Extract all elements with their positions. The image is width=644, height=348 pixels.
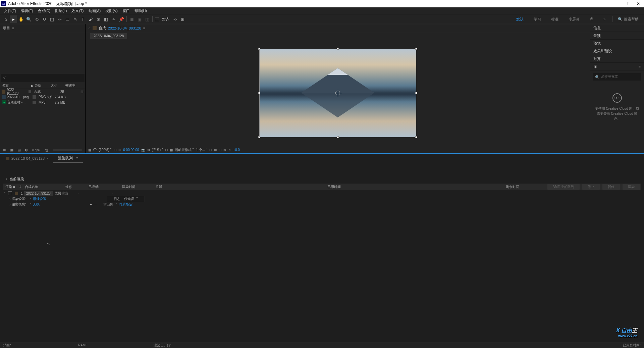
- current-time[interactable]: 0:00:00:00: [123, 148, 139, 152]
- flowchart-icon[interactable]: ⊞: [80, 90, 83, 94]
- align-panel-header[interactable]: 对齐: [590, 55, 644, 63]
- home-icon[interactable]: ⌂: [2, 15, 9, 23]
- transform-handle[interactable]: [415, 48, 417, 50]
- menu-view[interactable]: 视图(V): [103, 8, 120, 14]
- bpc-button[interactable]: 8 bpc: [31, 148, 41, 152]
- project-search-input[interactable]: ρ˅: [1, 74, 85, 82]
- tag-swatch[interactable]: [15, 192, 18, 195]
- transparency-icon[interactable]: ▦: [170, 148, 173, 152]
- ame-queue-button[interactable]: AME 中的队列: [547, 184, 580, 190]
- close-tab-icon[interactable]: ×: [47, 157, 49, 160]
- menu-edit[interactable]: 编辑(E): [19, 8, 35, 14]
- transform-handle[interactable]: [258, 92, 260, 94]
- snap-option-icon[interactable]: ⊹: [171, 15, 179, 23]
- transform-handle[interactable]: [415, 136, 417, 138]
- lock-icon[interactable]: ○: [88, 26, 91, 30]
- view4-icon[interactable]: ⊠: [223, 148, 226, 152]
- channel-icon[interactable]: ⊕: [147, 148, 150, 152]
- pen-tool-icon[interactable]: ✎: [71, 15, 79, 23]
- exposure-reset-icon[interactable]: ☼: [228, 148, 231, 152]
- view1-icon[interactable]: ⊡: [209, 148, 212, 152]
- log-dropdown[interactable]: 仅错误: [124, 197, 134, 201]
- workspace-standard[interactable]: 标准: [546, 15, 563, 23]
- menu-help[interactable]: 帮助(H): [132, 8, 149, 14]
- workspace-default[interactable]: 默认: [512, 15, 528, 23]
- view2-icon[interactable]: ⊞: [214, 148, 217, 152]
- effects-presets-panel-header[interactable]: 效果和预设: [590, 47, 644, 55]
- close-button[interactable]: ✕: [637, 1, 640, 6]
- library-search-input[interactable]: 🔍 搜索所有库: [593, 73, 641, 81]
- stop-button[interactable]: 停止: [582, 184, 600, 190]
- zoom-tool-icon[interactable]: 🔍: [25, 15, 33, 23]
- camera-tool-icon[interactable]: ◫: [48, 15, 56, 23]
- shape-fill-icon[interactable]: ◼: [128, 15, 136, 23]
- layer-bounds[interactable]: [259, 49, 416, 137]
- expand-icon[interactable]: ›: [9, 203, 10, 206]
- render-queue-item[interactable]: ˅ 1 2022-10...93128 需要输出 - -: [3, 190, 641, 196]
- render-settings-link[interactable]: 最佳设置: [33, 197, 46, 201]
- res-dropdown[interactable]: (完整) ˅: [152, 148, 163, 152]
- res-icon[interactable]: ⊡: [114, 148, 116, 152]
- transform-handle[interactable]: [337, 136, 339, 138]
- zoom-dropdown[interactable]: (100%) ˅: [99, 148, 112, 152]
- alpha-icon[interactable]: ▦: [88, 148, 91, 152]
- workspace-learn[interactable]: 学习: [529, 15, 546, 23]
- library-panel-header[interactable]: 库≡: [590, 63, 644, 70]
- transform-handle[interactable]: [258, 136, 260, 138]
- render-checkbox[interactable]: [8, 191, 12, 195]
- add-output-icon[interactable]: +: [90, 203, 92, 206]
- col-status[interactable]: 状态: [65, 185, 89, 189]
- roi-icon[interactable]: ◻: [165, 148, 168, 152]
- text-tool-icon[interactable]: T: [79, 15, 87, 23]
- grid-icon[interactable]: ⊞: [118, 148, 121, 152]
- adjust-icon[interactable]: ◐: [23, 147, 30, 153]
- clone-tool-icon[interactable]: ⊛: [95, 15, 102, 23]
- col-render[interactable]: 渲染: [3, 185, 13, 189]
- panel-menu-icon[interactable]: ≡: [76, 156, 78, 160]
- orbit-tool-icon[interactable]: ⟲: [33, 15, 40, 23]
- col-type[interactable]: 类型: [35, 83, 51, 88]
- new-folder-icon[interactable]: ▣: [9, 147, 15, 153]
- interpret-icon[interactable]: ⊞: [1, 147, 7, 153]
- rotate-tool-icon[interactable]: ↻: [41, 15, 48, 23]
- puppet-tool-icon[interactable]: 📌: [118, 15, 125, 23]
- selection-tool-icon[interactable]: ▸: [10, 15, 17, 23]
- anchor-tool-icon[interactable]: ⊹: [56, 15, 63, 23]
- search-help-input[interactable]: 搜索帮助: [624, 17, 639, 22]
- menu-layer[interactable]: 图层(L): [53, 8, 69, 14]
- dropdown-icon[interactable]: ˅: [116, 203, 117, 206]
- display-icon[interactable]: 🖵: [93, 148, 97, 152]
- pause-button[interactable]: 暂停: [602, 184, 620, 190]
- snap-checkbox[interactable]: [155, 17, 159, 21]
- col-tag[interactable]: ◆: [13, 185, 19, 189]
- expand-icon[interactable]: ›: [6, 177, 7, 181]
- comp-subtab[interactable]: 2022-10-04_093128: [90, 33, 127, 39]
- viewer-canvas[interactable]: [86, 40, 590, 146]
- camera-dropdown[interactable]: 活动摄像机 ˅: [175, 148, 194, 152]
- workspace-library[interactable]: 库: [585, 15, 598, 23]
- rect-tool-icon[interactable]: ▭: [64, 15, 71, 23]
- workspace-small[interactable]: 小屏幕: [564, 15, 584, 23]
- tag-swatch[interactable]: [33, 95, 36, 99]
- menu-composition[interactable]: 合成(C): [36, 8, 52, 14]
- new-comp-icon[interactable]: ▦: [16, 147, 22, 153]
- snapshot-icon[interactable]: 📷: [141, 148, 145, 152]
- render-button[interactable]: 渲染: [623, 184, 640, 190]
- info-panel-header[interactable]: 信息: [590, 24, 644, 32]
- tag-swatch[interactable]: [33, 101, 36, 104]
- hand-tool-icon[interactable]: ✋: [17, 15, 25, 23]
- col-size[interactable]: 大小: [51, 83, 65, 88]
- col-fps[interactable]: 帧速率: [65, 83, 79, 88]
- roto-tool-icon[interactable]: ✧: [110, 15, 117, 23]
- col-name[interactable]: 名称: [2, 83, 31, 88]
- col-num[interactable]: #: [19, 185, 25, 189]
- viewer-comp-name[interactable]: 2022-10-04_093128: [108, 26, 141, 30]
- panel-menu-icon[interactable]: ≡: [639, 64, 641, 68]
- project-item[interactable]: 2022-10....png PNG 文件 284 KB: [0, 94, 85, 100]
- maximize-button[interactable]: ❐: [627, 1, 631, 6]
- brush-tool-icon[interactable]: 🖌: [87, 15, 94, 23]
- shape-stroke-icon[interactable]: ▣: [136, 15, 143, 23]
- expand-icon[interactable]: ›: [9, 197, 10, 201]
- transform-handle[interactable]: [415, 92, 417, 94]
- dropdown-icon[interactable]: ˅: [30, 197, 32, 201]
